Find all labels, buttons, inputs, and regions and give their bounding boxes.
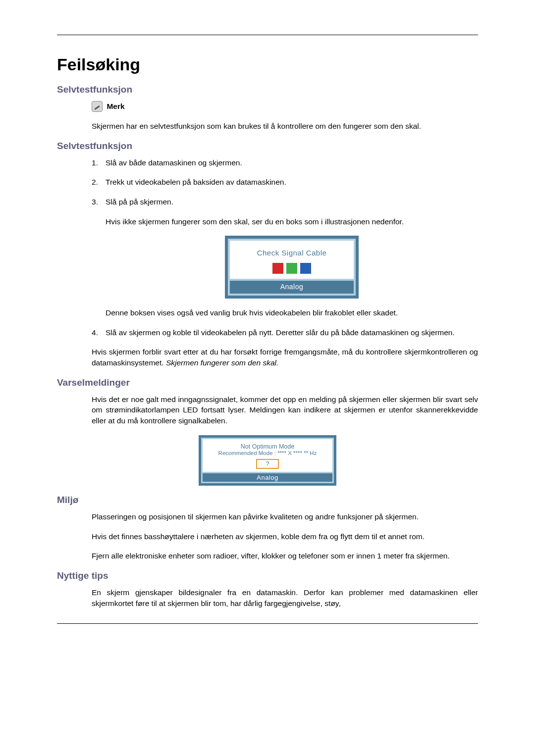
illus1-title: Check Signal Cable	[230, 248, 354, 258]
color-box-green	[286, 263, 297, 274]
illus2-line2: Recommended Mode : **** X **** ** Hz	[203, 450, 332, 456]
tips-p1: En skjerm gjenskaper bildesignaler fra e…	[92, 587, 478, 608]
note-block: Merk	[92, 101, 478, 112]
step-2: Trekk ut videokabelen på baksiden av dat…	[92, 177, 478, 188]
section-tips-heading: Nyttige tips	[57, 570, 478, 581]
section-environment-heading: Miljø	[57, 495, 478, 505]
step-1-text: Slå av både datamaskinen og skjermen.	[106, 158, 242, 167]
warnings-text: Hvis det er noe galt med inngagnssignale…	[92, 394, 478, 426]
step-2-text: Trekk ut videokabelen på baksiden av dat…	[106, 178, 286, 186]
bottom-rule	[57, 623, 478, 624]
env-p3: Fjern alle elektroniske enheter som radi…	[92, 551, 478, 561]
step-3-text: Slå på på skjermen.	[106, 198, 173, 206]
illus2-line1: Not Optimum Mode	[203, 443, 332, 450]
illus2-inner: Not Optimum Mode Recommended Mode : ****…	[203, 439, 332, 472]
aftersteps-text: Hvis skjermen forblir svart etter at du …	[92, 347, 478, 368]
section-selftest-heading-1: Selvtestfunksjon	[57, 84, 478, 95]
step-3-sub: Hvis ikke skjermen fungerer som den skal…	[106, 216, 478, 227]
env-p1: Plasseringen og posisjonen til skjermen …	[92, 511, 478, 522]
aftersteps-main: Hvis skjermen forblir svart etter at du …	[92, 348, 478, 367]
steps-list: Slå av både datamaskinen og skjermen. Tr…	[92, 157, 478, 338]
color-box-blue	[300, 263, 311, 274]
step-4-text: Slå av skjermen og koble til videokabele…	[106, 328, 455, 337]
section-selftest-heading-2: Selvtestfunksjon	[57, 141, 478, 151]
color-box-red	[272, 263, 283, 274]
illus2-button: ?	[256, 459, 279, 469]
illustration-check-signal: Check Signal Cable Analog	[225, 236, 359, 299]
section-warnings-heading: Varselmeldinger	[57, 377, 478, 388]
illustration-1-wrapper: Check Signal Cable Analog	[106, 236, 478, 299]
illus1-inner: Check Signal Cable	[230, 241, 354, 279]
env-p2: Hvis det finnes basshøyttalere i nærhete…	[92, 531, 478, 542]
illus1-footer: Analog	[230, 281, 354, 294]
step-1: Slå av både datamaskinen og skjermen.	[92, 157, 478, 168]
top-rule	[57, 35, 478, 35]
note-icon	[92, 101, 103, 112]
note-label: Merk	[107, 102, 124, 110]
step-3: Slå på på skjermen. Hvis ikke skjermen f…	[92, 197, 478, 318]
illus2-footer: Analog	[203, 473, 332, 482]
step-4: Slå av skjermen og koble til videokabele…	[92, 327, 478, 338]
page-title: Feilsøking	[57, 55, 478, 74]
aftersteps-italic: Skjermen fungerer som den skal.	[166, 358, 278, 367]
color-boxes	[230, 263, 354, 274]
illustration-not-optimum: Not Optimum Mode Recommended Mode : ****…	[199, 435, 336, 486]
step-3-after: Denne boksen vises også ved vanlig bruk …	[106, 307, 478, 318]
note-text: Skjermen har en selvtestfunksjon som kan…	[92, 121, 478, 132]
